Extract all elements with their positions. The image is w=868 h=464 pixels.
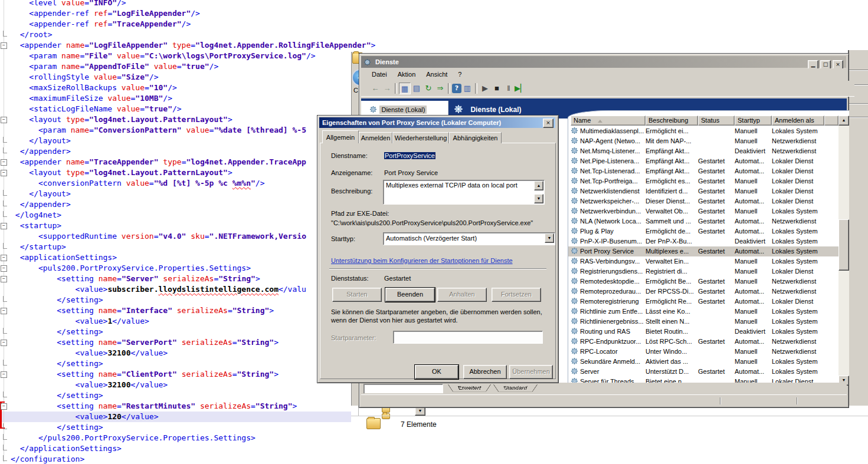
- fortsetzen-button[interactable]: Fortsetzen: [492, 288, 541, 302]
- menu-item-datei[interactable]: Datei: [372, 68, 387, 81]
- scroll-up-icon[interactable]: ▲: [838, 116, 849, 126]
- anhalten-button[interactable]: Anhalten: [437, 288, 487, 302]
- service-row[interactable]: Sekundäre Anmeld...Aktiviert das ...Manu…: [568, 357, 838, 367]
- menu-bar: DateiAktionAnsicht?: [361, 68, 846, 81]
- beschreibung-textbox[interactable]: Multiplexes external TCP/IP data on loca…: [383, 180, 545, 205]
- dialog-tab-abhngigkeiten[interactable]: Abhängigkeiten: [449, 132, 502, 143]
- scroll-up-icon[interactable]: ▲: [534, 181, 543, 190]
- start-service-icon[interactable]: ▶: [479, 83, 491, 94]
- service-row[interactable]: NAP-Agent (Netwo...Mit dem NAP-...Manuel…: [568, 136, 838, 146]
- column-header-starttyp[interactable]: Starttyp: [735, 116, 772, 126]
- service-row[interactable]: PnP-X-IP-Busenum...Der PnP-X-Bu...Deakti…: [568, 236, 838, 246]
- column-header-status[interactable]: Status: [698, 116, 735, 126]
- fold-collapse-icon[interactable]: −: [1, 371, 7, 378]
- menu-item-?[interactable]: ?: [458, 68, 461, 81]
- service-row[interactable]: Remotedesktopdie...Ermöglicht Be...Gesta…: [568, 277, 838, 287]
- starttyp-combobox[interactable]: Automatisch (Verzögerter Start) ▼: [383, 232, 555, 245]
- apply-button[interactable]: Übernehmen: [509, 365, 553, 379]
- show-action-pane-icon[interactable]: ▥: [461, 83, 473, 94]
- stop-service-icon[interactable]: ■: [491, 83, 503, 94]
- scrollbar-thumb[interactable]: [838, 219, 849, 271]
- fold-collapse-icon[interactable]: −: [1, 117, 7, 123]
- back-icon[interactable]: ←: [369, 83, 381, 94]
- fold-collapse-icon[interactable]: −: [1, 340, 7, 346]
- export-list-icon[interactable]: ⇒: [434, 83, 446, 94]
- restart-service-icon[interactable]: ▶▏: [515, 83, 526, 94]
- startparameter-input[interactable]: [393, 331, 543, 344]
- column-header-anmeldenals[interactable]: Anmelden als: [772, 116, 824, 126]
- code-line: <appender-ref ref="TraceAppender"/>: [0, 19, 375, 29]
- service-row[interactable]: ServerUnterstützt D...GestartetAutomat..…: [568, 367, 838, 377]
- sort-asc-icon: [598, 120, 602, 123]
- vertical-scrollbar[interactable]: ▲ ▼: [838, 116, 849, 386]
- fold-collapse-icon[interactable]: −: [1, 223, 7, 229]
- chevron-down-icon[interactable]: ▼: [415, 407, 425, 416]
- service-row[interactable]: RemoteregistrierungErmöglicht Re...Gesta…: [568, 297, 838, 307]
- properties-icon[interactable]: ▤: [411, 83, 422, 94]
- service-row[interactable]: Registrierungsdiens...Registriert di...M…: [568, 266, 838, 277]
- dialog-tab-allgemein[interactable]: Allgemein: [322, 130, 359, 143]
- fold-collapse-icon[interactable]: −: [1, 265, 7, 272]
- forward-icon[interactable]: →: [381, 83, 393, 94]
- column-header-stub: [824, 116, 838, 126]
- beschreibung-label: Beschreibung:: [331, 187, 372, 195]
- service-row[interactable]: RAS-Verbindungsv...Verwaltet Ein...Manue…: [568, 256, 838, 266]
- help-icon[interactable]: ?: [452, 84, 461, 93]
- starten-button[interactable]: Starten: [332, 288, 382, 302]
- fold-collapse-icon[interactable]: −: [1, 159, 7, 166]
- window-title: Dienste: [375, 58, 399, 65]
- view-tab-erweitert[interactable]: Erweitert: [448, 384, 491, 391]
- startoptionen-link[interactable]: Unterstützung beim Konfigurieren der Sta…: [331, 257, 513, 264]
- column-header-beschreibung[interactable]: Beschreibung: [646, 116, 698, 126]
- service-row[interactable]: Net.Tcp-Listenerad...Empfängt Akt...Gest…: [568, 166, 838, 176]
- service-row-selected[interactable]: Port Proxy ServiceMultiplexes e...Gestar…: [568, 246, 838, 256]
- column-header-name[interactable]: Name: [571, 116, 646, 126]
- service-row[interactable]: NLA (Network Loca...Sammelt und ...Gesta…: [568, 216, 838, 226]
- service-row[interactable]: NetzwerklistendienstIdentifiziert d...Ge…: [568, 186, 838, 196]
- menu-item-ansicht[interactable]: Ansicht: [426, 68, 447, 81]
- service-row[interactable]: Net.Msmq-Listener...Empfängt Akt...Deakt…: [568, 146, 838, 156]
- tree-item-dienste-lokal[interactable]: Dienste (Lokal): [361, 101, 448, 116]
- service-row[interactable]: Routing und RASBietet Routin...Deaktivie…: [568, 327, 838, 337]
- service-row[interactable]: Richtlinienergebniss...Stellt einen N...…: [568, 317, 838, 327]
- code-line: <setting name="RestartMinutes" serialize…: [0, 401, 375, 412]
- close-icon[interactable]: ×: [543, 119, 553, 128]
- taskpad-title: Dienste (Lokal): [470, 106, 521, 114]
- chevron-down-icon[interactable]: ▼: [545, 233, 554, 243]
- dialog-tab-wiederherstellung[interactable]: Wiederherstellung: [392, 132, 449, 143]
- service-row[interactable]: Remoteprozedurau...Der RPCSS-Di...Gestar…: [568, 287, 838, 297]
- beenden-button[interactable]: Beenden: [385, 288, 435, 302]
- fold-collapse-icon[interactable]: −: [1, 42, 7, 49]
- scroll-down-icon[interactable]: ▼: [534, 194, 543, 203]
- menu-item-aktion[interactable]: Aktion: [398, 68, 416, 81]
- service-row[interactable]: RPC-LocatorUnter Windo...ManuellNetzwerk…: [568, 347, 838, 357]
- fold-collapse-icon[interactable]: −: [1, 255, 7, 261]
- fold-collapse-icon[interactable]: −: [1, 308, 7, 314]
- service-row[interactable]: Netzwerkverbindun...Verwaltet Ob...Gesta…: [568, 206, 838, 216]
- tree-filter-box[interactable]: [363, 384, 443, 394]
- status-bar: [361, 394, 847, 406]
- service-row[interactable]: Multimediaklassenpl...Ermöglicht ei...Ma…: [568, 126, 838, 136]
- pause-service-icon[interactable]: ‖: [503, 83, 515, 94]
- service-gear-icon: [571, 167, 579, 176]
- dialog-titlebar[interactable]: Eigenschaften von Port Proxy Service (Lo…: [319, 117, 555, 128]
- folder-icon[interactable]: [382, 413, 390, 419]
- view-tab-standard[interactable]: Standard: [493, 384, 538, 391]
- fold-collapse-icon[interactable]: −: [1, 403, 7, 410]
- show-console-tree-icon[interactable]: ▦: [399, 83, 411, 94]
- fold-collapse-icon[interactable]: −: [1, 276, 7, 282]
- services-window-titlebar[interactable]: Dienste ▁ □ ×: [361, 56, 846, 68]
- service-row[interactable]: Net.Pipe-Listenera...Empfängt Akt...Gest…: [568, 156, 838, 166]
- service-row[interactable]: Netzwerkspeicher-...Dieser Dienst...Gest…: [568, 196, 838, 206]
- service-row[interactable]: RPC-Endpunktzuor...Löst RPC-Sch...Gestar…: [568, 337, 838, 347]
- service-gear-icon: [571, 207, 579, 216]
- fold-end-marker: [3, 296, 7, 302]
- ok-button[interactable]: OK: [415, 365, 458, 379]
- service-row[interactable]: Plug & PlayErmöglicht de...GestartetAuto…: [568, 226, 838, 236]
- refresh-icon[interactable]: ↻: [422, 83, 434, 94]
- service-row[interactable]: Net.Tcp-Portfreiga...Ermöglicht es...Ges…: [568, 176, 838, 186]
- service-row[interactable]: Richtlinie zum Entfe...Lässt eine Ko...M…: [568, 307, 838, 317]
- fold-collapse-icon[interactable]: −: [1, 170, 7, 176]
- dialog-tab-anmelden[interactable]: Anmelden: [359, 132, 392, 143]
- cancel-button[interactable]: Abbrechen: [463, 365, 507, 379]
